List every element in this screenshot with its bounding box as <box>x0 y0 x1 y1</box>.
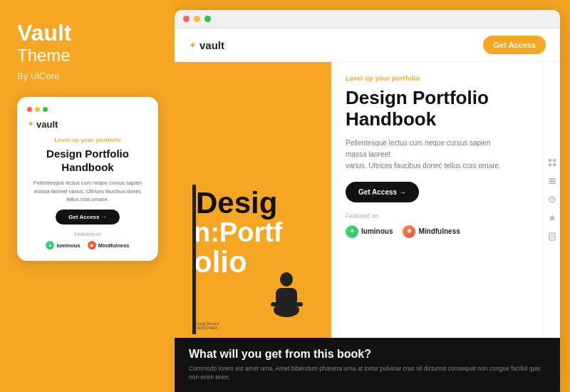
mobile-tagline: Level up your portfolio <box>27 137 148 143</box>
mindfulness-icon: ❋ <box>88 241 96 249</box>
site-header: ✦ vault Get Access <box>175 29 560 62</box>
mobile-heading: Design PortfolioHandbook <box>27 148 148 175</box>
mobile-get-access-button[interactable]: Get Access → <box>56 210 120 225</box>
svg-rect-10 <box>549 180 556 182</box>
browser-toolbar <box>175 10 560 29</box>
mobile-preview-card: ✦ vault Level up your portfolio Design P… <box>17 97 158 261</box>
browser-content: ✦ vault Get Access Desig n:Portf olio <box>175 29 560 392</box>
mobile-dot-yellow <box>35 107 40 112</box>
svg-rect-11 <box>549 182 556 184</box>
mindfulness-logo-icon: ❋ <box>403 225 415 238</box>
mobile-dot-red <box>27 107 32 112</box>
svg-rect-7 <box>549 163 551 166</box>
hero-body: Pellentesque lectus cum neque cursus sap… <box>346 138 502 172</box>
brand-section: Vault Theme By UiCore <box>17 21 71 81</box>
book-text-line1: Desig <box>196 188 277 218</box>
mobile-logo-star-icon: ✦ <box>27 119 34 129</box>
brand-subtitle: Theme <box>17 46 71 66</box>
mobile-logo-text: vault <box>36 119 58 130</box>
brand-by: By UiCore <box>17 71 71 81</box>
site-logo-name: vault <box>200 39 224 51</box>
svg-rect-3 <box>271 302 279 306</box>
browser-dot-red[interactable] <box>183 16 190 22</box>
book-cover: Desig n:Portf olio <box>187 181 319 338</box>
mobile-logo-luminous: ✦ luminous <box>46 241 80 249</box>
browser-dot-green[interactable] <box>204 16 211 22</box>
left-panel: Vault Theme By UiCore ✦ vault Level up y… <box>0 0 175 392</box>
sidebar-icon-5[interactable] <box>546 231 558 242</box>
hero-get-access-button[interactable]: Get Access → <box>346 182 419 202</box>
book-spine <box>192 185 196 334</box>
svg-rect-8 <box>553 163 556 166</box>
site-bottom-heading: What will you get from this book? <box>189 348 546 361</box>
site-logo: ✦ vault <box>189 39 224 51</box>
hero-logos: ✦ luminous ❋ Mindfulness <box>346 225 546 238</box>
book-text-line2: n:Portf <box>194 219 283 246</box>
mobile-logos: ✦ luminous ❋ Mindfulness <box>27 241 148 249</box>
luminous-logo-icon: ✦ <box>346 225 358 238</box>
site-logo-star-icon: ✦ <box>189 40 197 51</box>
browser-dot-yellow[interactable] <box>194 16 200 22</box>
mobile-nav: ✦ vault <box>27 119 148 130</box>
book-cover-area: Desig n:Portf olio <box>175 62 331 338</box>
sidebar-icon-3[interactable] <box>546 194 558 205</box>
sidebar-icon-1[interactable] <box>546 157 558 168</box>
svg-rect-6 <box>553 159 556 162</box>
hero-text-area: Level up your portfolio Design Portfolio… <box>331 62 560 338</box>
site-bottom-section: What will you get from this book? Commod… <box>175 338 560 393</box>
brand-title: Vault <box>17 21 71 44</box>
browser-mockup: ✦ vault Get Access Desig n:Portf olio <box>175 10 560 392</box>
luminous-icon: ✦ <box>46 241 54 249</box>
book-person-silhouette <box>267 271 306 327</box>
book-text-line3: olio <box>194 247 247 277</box>
mobile-body: Pellentesque lectus cum neque cursus sap… <box>27 179 148 203</box>
mobile-window-dots <box>27 107 148 112</box>
hero-logo-luminous: ✦ luminous <box>346 225 393 238</box>
site-get-access-button[interactable]: Get Access <box>483 36 546 54</box>
hero-heading: Design PortfolioHandbook <box>346 88 546 130</box>
right-panel: ✦ vault Get Access Desig n:Portf olio <box>175 0 570 392</box>
site-sidebar-icons <box>543 62 560 338</box>
site-bottom-body: Commodo lorem est amet urna. Amet bibend… <box>189 364 546 383</box>
hero-featured-label: Featured on <box>346 212 546 220</box>
site-hero-section: Desig n:Portf olio <box>175 62 560 338</box>
book-author: Craig BlooreDESIGNER <box>195 321 219 330</box>
svg-rect-4 <box>294 302 303 306</box>
mobile-dot-green <box>43 107 48 112</box>
mobile-logo-mindfulness: ❋ Mindfulness <box>88 241 130 249</box>
svg-point-14 <box>551 200 553 202</box>
svg-rect-9 <box>549 178 556 180</box>
hero-tagline: Level up your portfolio <box>346 75 546 82</box>
mobile-featured-label: Featured on <box>27 232 148 237</box>
svg-rect-5 <box>549 159 551 162</box>
hero-logo-mindfulness: ❋ Mindfulness <box>403 225 460 238</box>
svg-point-0 <box>280 272 293 287</box>
sidebar-icon-2[interactable] <box>546 175 558 187</box>
sidebar-icon-4[interactable] <box>546 212 558 224</box>
